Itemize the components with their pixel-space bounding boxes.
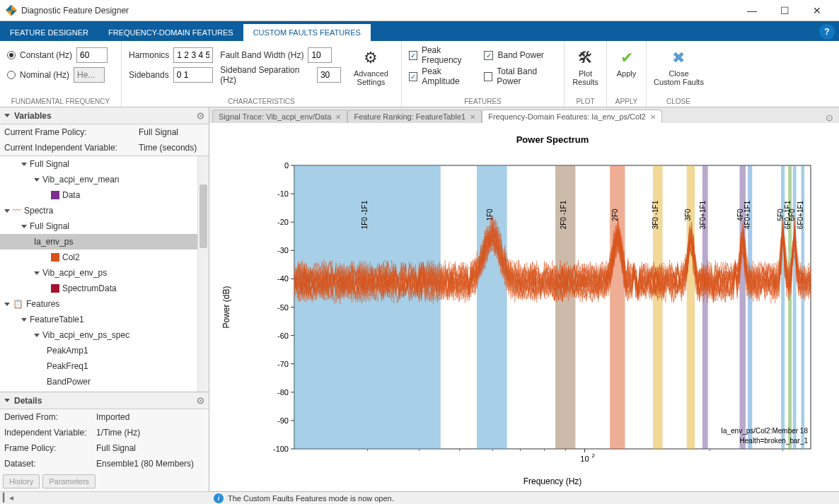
- variables-tree[interactable]: Full Signal Vib_acpi_env_mean Data 〰Spec…: [0, 156, 209, 392]
- derived-value: Imported: [96, 412, 129, 422]
- harmonics-input[interactable]: [173, 47, 213, 63]
- minimize-button[interactable]: —: [736, 0, 768, 21]
- tab-frequency-domain[interactable]: FREQUENCY-DOMAIN FEATURES: [98, 24, 243, 41]
- main-document-area: Signal Trace: Vib_acpi_env/Data✕ Feature…: [209, 107, 839, 491]
- maximize-button[interactable]: ☐: [768, 0, 801, 21]
- tools-icon: 🛠: [576, 48, 596, 68]
- svg-text:10: 10: [580, 455, 589, 463]
- svg-text:2F0 -1F1: 2F0 -1F1: [560, 200, 567, 229]
- nominal-radio[interactable]: [7, 71, 16, 79]
- help-button[interactable]: ?: [819, 24, 835, 40]
- tree-data[interactable]: Data: [62, 190, 80, 200]
- tree-col2[interactable]: Col2: [62, 252, 80, 262]
- svg-text:Power Spectrum: Power Spectrum: [516, 134, 589, 145]
- status-bar: i The Custom Faults Features mode is now…: [209, 491, 839, 504]
- apply-group-label: APPLY: [614, 96, 639, 107]
- policy-value: Full Signal: [139, 127, 178, 137]
- tree-scrollbar[interactable]: [197, 156, 209, 392]
- doc-tab-signal-trace[interactable]: Signal Trace: Vib_acpi_env/Data✕: [212, 110, 347, 123]
- svg-text:6F0+1F1: 6F0+1F1: [797, 200, 804, 229]
- side-panel: Variables⊙ Current Frame Policy:Full Sig…: [0, 107, 209, 491]
- window-title: Diagnostic Feature Designer: [21, 6, 736, 16]
- svg-text:4F0: 4F0: [736, 209, 744, 221]
- doctabs-gear-icon[interactable]: ⊙: [826, 112, 833, 123]
- history-button[interactable]: History: [3, 474, 40, 488]
- svg-text:-30: -30: [277, 246, 289, 254]
- tree-ia-env-ps[interactable]: Ia_env_ps: [34, 237, 73, 247]
- features-group-label: FEATURES: [409, 96, 557, 107]
- close-tab-icon[interactable]: ✕: [335, 113, 341, 121]
- doc-tab-ranking[interactable]: Feature Ranking: FeatureTable1✕: [347, 110, 482, 123]
- tab-feature-designer[interactable]: FEATURE DESIGNER: [0, 24, 98, 41]
- svg-text:Health=broken_bar_1: Health=broken_bar_1: [740, 437, 809, 445]
- features-icon: 📋: [13, 299, 23, 309]
- color-swatch-icon: [51, 191, 59, 199]
- iv-value: 1/Time (Hz): [96, 428, 140, 438]
- constant-label: Constant (Hz): [20, 50, 72, 60]
- content-area: Variables⊙ Current Frame Policy:Full Sig…: [0, 107, 839, 491]
- close-group-label: CLOSE: [654, 96, 703, 107]
- svg-text:-60: -60: [277, 332, 289, 340]
- svg-text:2: 2: [591, 452, 595, 459]
- tree-feature-table[interactable]: FeatureTable1: [30, 315, 84, 324]
- plot-results-button[interactable]: 🛠Plot Results: [572, 47, 599, 86]
- variables-header[interactable]: Variables⊙: [0, 107, 209, 124]
- svg-rect-12: [687, 165, 695, 449]
- svg-text:3F0 -1F1: 3F0 -1F1: [652, 200, 659, 229]
- panel-gear-icon[interactable]: ⊙: [197, 110, 204, 121]
- close-window-button[interactable]: ✕: [801, 0, 833, 21]
- svg-text:1F0 -1F1: 1F0 -1F1: [361, 200, 369, 229]
- tree-vib-ps[interactable]: Vib_acpi_env_ps: [42, 268, 107, 278]
- svg-text:4F0+1F1: 4F0+1F1: [743, 200, 751, 229]
- close-tab-icon[interactable]: ✕: [470, 113, 475, 121]
- nominal-input: [74, 67, 105, 83]
- tree-full-signal[interactable]: Full Signal: [30, 159, 69, 169]
- peak-freq-check[interactable]: ✓: [409, 51, 417, 60]
- plot-group-label: PLOT: [572, 96, 599, 107]
- tree-spectrum-data[interactable]: SpectrumData: [62, 283, 117, 293]
- characteristics-group-label: CHARACTERISTICS: [129, 96, 394, 107]
- peak-amp-label: Peak Amplitude: [422, 66, 477, 86]
- title-bar: Diagnostic Feature Designer — ☐ ✕: [0, 0, 839, 21]
- band-power-check[interactable]: ✓: [484, 51, 493, 60]
- ssep-input[interactable]: [317, 67, 341, 83]
- constant-input[interactable]: [76, 47, 108, 63]
- constant-radio[interactable]: [7, 51, 16, 59]
- nominal-label: Nominal (Hz): [20, 70, 69, 80]
- tree-vib-mean[interactable]: Vib_acpi_env_mean: [42, 175, 120, 184]
- sidebands-input[interactable]: [173, 67, 213, 83]
- svg-text:-40: -40: [277, 274, 289, 283]
- tree-peakfreq[interactable]: PeakFreq1: [47, 361, 88, 371]
- fbw-input[interactable]: [308, 47, 332, 63]
- harmonics-label: Harmonics: [129, 50, 169, 60]
- svg-rect-24: [793, 165, 797, 449]
- ssep-label: Sideband Separation (Hz): [220, 65, 313, 85]
- power-spectrum-plot[interactable]: Power Spectrum1F0 -1F11F02F0 -1F12F03F0 …: [209, 123, 839, 491]
- tree-features[interactable]: Features: [26, 299, 59, 309]
- side-scroll-left[interactable]: ▎◂: [0, 491, 209, 503]
- peak-freq-label: Peak Frequency: [422, 45, 478, 65]
- tree-peakamp[interactable]: PeakAmp1: [47, 346, 88, 356]
- color-swatch-icon: [51, 284, 59, 293]
- doc-tab-freq-features[interactable]: Frequency-Domain Features: Ia_env_ps/Col…: [482, 110, 662, 123]
- details-header[interactable]: Details⊙: [0, 392, 209, 409]
- total-band-power-check[interactable]: [484, 72, 492, 81]
- tree-full-signal-2[interactable]: Full Signal: [30, 221, 69, 231]
- advanced-settings-button[interactable]: ⚙ Advanced Settings: [348, 47, 394, 86]
- svg-text:3F0: 3F0: [684, 209, 692, 221]
- close-tab-icon[interactable]: ✕: [650, 113, 656, 121]
- parameters-button[interactable]: Parameters: [42, 474, 96, 488]
- svg-rect-8: [610, 165, 625, 449]
- apply-button[interactable]: ✔Apply: [614, 47, 639, 78]
- tree-vib-spec[interactable]: Vib_acpi_env_ps_spec: [42, 330, 129, 340]
- tree-spectra[interactable]: Spectra: [24, 206, 53, 216]
- tab-custom-faults[interactable]: CUSTOM FAULTS FEATURES: [243, 24, 371, 41]
- fp-value: Full Signal: [96, 443, 136, 453]
- panel-gear-icon[interactable]: ⊙: [197, 395, 204, 406]
- svg-text:3F0+1F1: 3F0+1F1: [699, 200, 707, 229]
- matlab-logo-icon: [6, 5, 17, 16]
- tree-bandpower[interactable]: BandPower: [47, 377, 91, 387]
- check-icon: ✔: [617, 48, 637, 68]
- peak-amp-check[interactable]: ✓: [409, 72, 417, 81]
- close-custom-faults-button[interactable]: ✖Close Custom Faults: [654, 47, 704, 86]
